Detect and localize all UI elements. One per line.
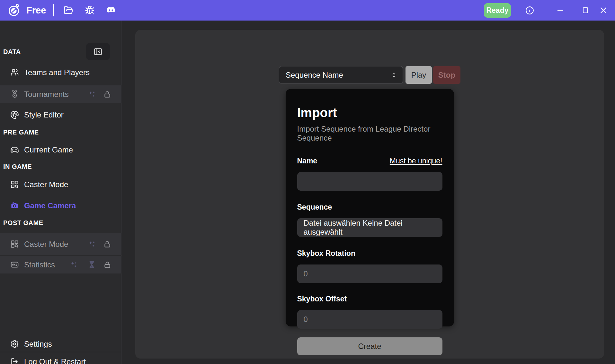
stopwatch-logo-icon (7, 4, 21, 17)
maximize-icon (582, 6, 589, 14)
section-header-pre-game: PRE GAME (3, 129, 39, 136)
sparkles-premium-icon (87, 240, 96, 248)
sidebar-item-game-camera[interactable]: Game Camera (0, 197, 121, 214)
skybox-offset-input[interactable] (297, 310, 442, 329)
minimize-button[interactable] (551, 0, 569, 21)
discord-button[interactable] (103, 3, 118, 18)
palette-icon (10, 110, 19, 119)
users-icon (10, 68, 19, 77)
sidebar-item-label: Caster Mode (24, 240, 68, 249)
folder-open-icon (64, 5, 73, 15)
sidebar-item-label: Log Out & Restart (24, 357, 86, 364)
open-folder-button[interactable] (61, 3, 76, 18)
import-subtitle: Import Sequence from League Director Seq… (297, 125, 442, 143)
discord-icon (106, 5, 116, 15)
name-input[interactable] (297, 172, 442, 191)
lock-icon (103, 90, 111, 99)
hourglass-icon (87, 260, 96, 269)
sidebar-item-label: Statistics (24, 260, 55, 269)
sequence-file-input[interactable]: Datei auswählen Keine Datei ausgewählt (297, 218, 442, 237)
select-chevrons-icon (390, 72, 397, 79)
sequence-controls: Sequence Name Play Stop (135, 66, 604, 84)
sidebar-item-caster-mode-ingame[interactable]: Caster Mode (0, 176, 121, 193)
play-button[interactable]: Play (406, 66, 432, 84)
layout-search-icon (10, 240, 19, 248)
sidebar-item-settings[interactable]: Settings (0, 335, 121, 353)
content-panel: Sequence Name Play Stop Import Import Se… (135, 30, 604, 359)
sequence-label: Sequence (297, 203, 332, 212)
titlebar-divider (53, 4, 54, 16)
sparkles-premium-icon (69, 260, 78, 269)
layout-search-icon (10, 180, 19, 189)
sidebar-item-style-editor[interactable]: Style Editor (0, 106, 121, 124)
gear-icon (10, 340, 19, 348)
titlebar: Free (0, 0, 615, 21)
section-header-data: DATA (3, 48, 21, 56)
gamepad-icon (10, 145, 19, 154)
status-badge: Ready (484, 3, 511, 18)
section-header-in-game: IN GAME (3, 163, 32, 170)
sidebar-item-tournaments[interactable]: Tournaments (0, 85, 121, 103)
sidebar-item-caster-mode-post[interactable]: Caster Mode (0, 233, 121, 255)
sidebar-item-label: Teams and Players (24, 68, 90, 77)
sidebar-item-label: Tournaments (24, 90, 69, 99)
app-logo: Free (7, 4, 46, 17)
logout-icon (10, 357, 19, 364)
close-icon (599, 6, 608, 14)
report-bug-button[interactable] (82, 3, 97, 18)
maximize-button[interactable] (576, 0, 594, 21)
import-title: Import (297, 106, 442, 120)
sidebar-item-logout[interactable]: Log Out & Restart (0, 353, 121, 364)
panel-collapse-icon (94, 47, 102, 56)
name-label: Name (297, 157, 317, 165)
sidebar-item-label: Game Camera (24, 201, 76, 210)
sidebar-item-teams-and-players[interactable]: Teams and Players (0, 64, 121, 81)
sparkles-premium-icon (87, 90, 96, 99)
sidebar-item-label: Current Game (24, 145, 73, 154)
create-button[interactable]: Create (297, 337, 442, 355)
skybox-rotation-label: Skybox Rotation (297, 249, 355, 258)
bug-icon (85, 5, 94, 15)
statistics-icon (10, 260, 19, 269)
sidebar-item-statistics[interactable]: Statistics (0, 256, 121, 273)
info-icon (525, 6, 534, 15)
skybox-rotation-input[interactable] (297, 264, 442, 283)
sequence-select[interactable]: Sequence Name (279, 66, 403, 84)
sidebar-item-label: Caster Mode (24, 180, 68, 189)
stop-button[interactable]: Stop (433, 66, 460, 84)
name-unique-hint: Must be unique! (390, 157, 442, 165)
lock-icon (103, 260, 111, 269)
info-button[interactable] (521, 0, 539, 21)
import-card: Import Import Sequence from League Direc… (286, 89, 454, 326)
sidebar-item-current-game[interactable]: Current Game (0, 141, 121, 159)
sidebar-divider (0, 352, 121, 352)
plan-label: Free (26, 5, 46, 16)
skybox-offset-label: Skybox Offset (297, 295, 347, 303)
file-input-text: Datei auswählen Keine Datei ausgewählt (304, 219, 436, 237)
sidebar-collapse-button[interactable] (86, 43, 110, 60)
lock-icon (103, 240, 111, 248)
main-content: Sequence Name Play Stop Import Import Se… (122, 21, 615, 364)
close-button[interactable] (594, 0, 612, 21)
sidebar-item-label: Style Editor (24, 110, 64, 119)
camera-icon (10, 201, 19, 210)
sidebar: DATA Teams and Players Tournaments (0, 21, 121, 364)
section-header-post-game: POST GAME (3, 219, 43, 227)
sequence-select-value: Sequence Name (286, 71, 390, 80)
minimize-icon (557, 6, 564, 14)
medal-icon (10, 90, 19, 99)
sidebar-item-label: Settings (24, 340, 52, 349)
